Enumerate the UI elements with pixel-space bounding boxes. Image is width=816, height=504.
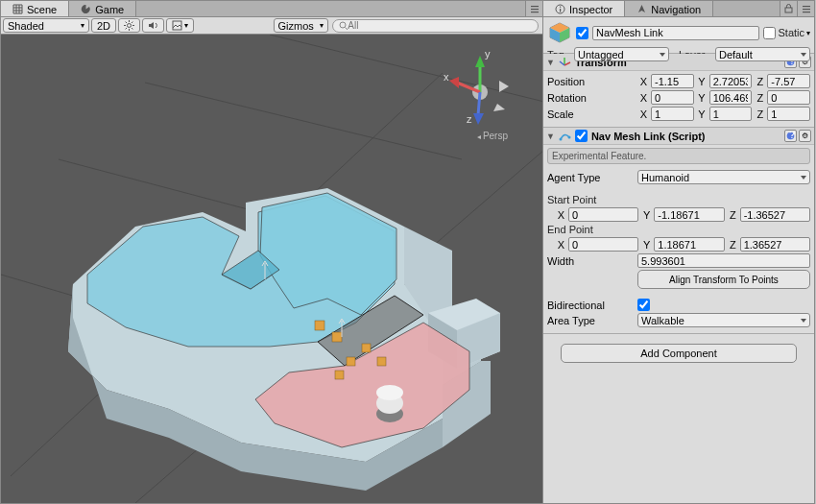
rotation-x-input[interactable] <box>651 90 694 105</box>
scene-search[interactable] <box>332 19 539 33</box>
position-label: Position <box>547 76 636 87</box>
search-icon <box>339 21 348 31</box>
grid-icon <box>12 4 23 14</box>
scale-y-input[interactable] <box>709 107 753 121</box>
tab-game-label: Game <box>95 4 124 15</box>
svg-rect-45 <box>560 9 561 12</box>
rotation-y-input[interactable] <box>709 90 753 105</box>
effects-toggle[interactable]: ▾ <box>166 18 194 33</box>
audio-icon <box>148 20 158 31</box>
start-z-input[interactable] <box>740 207 810 222</box>
bidirectional-checkbox[interactable] <box>637 299 650 311</box>
position-x-input[interactable] <box>651 74 694 88</box>
nav-icon <box>636 4 647 14</box>
foldout-icon[interactable]: ▼ <box>546 132 555 141</box>
info-icon <box>555 4 565 14</box>
svg-rect-49 <box>803 9 810 10</box>
panel-menu-icon[interactable] <box>797 1 814 16</box>
bidirectional-label: Bidirectional <box>547 300 636 311</box>
image-icon <box>172 20 182 31</box>
svg-point-13 <box>340 22 346 28</box>
scene-viewport[interactable]: y x z Persp <box>1 35 542 503</box>
inspector-tab-bar: Inspector Navigation <box>543 1 814 17</box>
tab-game[interactable]: Game <box>69 1 136 16</box>
agent-type-dropdown[interactable]: Humanoid <box>637 170 810 184</box>
gear-icon[interactable]: ⚙ <box>799 130 811 142</box>
component-enabled-checkbox[interactable] <box>575 130 588 142</box>
svg-rect-22 <box>332 332 342 342</box>
svg-line-56 <box>564 62 570 65</box>
tab-navigation[interactable]: Navigation <box>625 1 713 16</box>
width-input[interactable] <box>637 253 810 268</box>
align-transform-button[interactable]: Align Transform To Points <box>637 270 810 289</box>
2d-toggle[interactable]: 2D <box>91 18 116 33</box>
svg-rect-0 <box>531 6 539 7</box>
svg-marker-43 <box>493 104 505 111</box>
svg-rect-48 <box>803 6 810 7</box>
gizmos-dropdown[interactable]: Gizmos ▾ <box>274 18 328 33</box>
svg-text:z: z <box>467 113 472 125</box>
tab-scene[interactable]: Scene <box>1 1 69 16</box>
panel-menu-icon[interactable] <box>525 1 542 16</box>
transform-component: ▼ Transform ? ⚙ Position X Y Z Rotation … <box>543 54 814 128</box>
experimental-notice: Experimental Feature. <box>547 148 810 164</box>
transform-icon <box>559 56 571 68</box>
gameobject-name-input[interactable] <box>592 26 759 40</box>
rotation-z-input[interactable] <box>767 90 810 105</box>
scale-z-input[interactable] <box>767 107 810 121</box>
gameobject-icon <box>547 20 572 45</box>
svg-rect-47 <box>785 8 792 12</box>
end-point-label: End Point <box>547 224 810 235</box>
rotation-label: Rotation <box>547 92 636 104</box>
svg-line-39 <box>478 92 480 115</box>
svg-text:x: x <box>444 71 449 83</box>
area-type-label: Area Type <box>547 315 636 326</box>
navmeshlink-component: ▼ Nav Mesh Link (Script) ? ⚙ Experimenta… <box>543 128 814 334</box>
navmeshlink-title: Nav Mesh Link (Script) <box>591 131 706 142</box>
start-point-label: Start Point <box>547 194 810 205</box>
end-x-input[interactable] <box>568 237 638 252</box>
position-z-input[interactable] <box>767 74 810 88</box>
svg-rect-1 <box>531 9 539 10</box>
svg-text:y: y <box>485 48 491 60</box>
persp-label[interactable]: Persp <box>477 131 508 141</box>
svg-text:?: ? <box>789 132 795 140</box>
scene-toolbar: Shaded ▾ 2D ▾ Gizmos ▾ <box>1 17 542 35</box>
add-component-button[interactable]: Add Component <box>561 344 797 363</box>
position-y-input[interactable] <box>709 74 753 88</box>
tab-inspector[interactable]: Inspector <box>543 1 625 16</box>
lock-icon[interactable] <box>780 1 797 16</box>
static-label: Static <box>778 27 804 38</box>
gizmos-label: Gizmos <box>278 20 314 32</box>
svg-rect-26 <box>335 371 344 379</box>
svg-rect-25 <box>347 357 355 366</box>
static-checkbox[interactable] <box>763 27 776 39</box>
start-y-input[interactable] <box>654 207 724 222</box>
end-z-input[interactable] <box>740 237 810 252</box>
width-label: Width <box>547 255 636 267</box>
svg-rect-50 <box>803 12 810 12</box>
foldout-icon[interactable]: ▼ <box>546 58 555 67</box>
lighting-toggle[interactable] <box>118 18 140 33</box>
pacman-icon <box>81 4 91 14</box>
sun-icon <box>124 20 134 31</box>
shading-mode-label: Shaded <box>8 20 44 32</box>
layer-dropdown[interactable]: Default <box>715 47 810 61</box>
svg-rect-23 <box>362 344 371 352</box>
end-y-input[interactable] <box>654 237 724 252</box>
orientation-gizmo[interactable]: y x z <box>437 44 523 140</box>
tab-scene-label: Scene <box>27 4 57 15</box>
svg-rect-46 <box>560 7 561 8</box>
svg-marker-34 <box>475 56 485 67</box>
scale-x-input[interactable] <box>651 107 694 121</box>
audio-toggle[interactable] <box>142 18 164 33</box>
tag-dropdown[interactable]: Untagged <box>574 47 669 61</box>
svg-line-15 <box>145 83 462 159</box>
scene-search-input[interactable] <box>348 20 532 31</box>
start-x-input[interactable] <box>568 207 638 222</box>
gameobject-active-checkbox[interactable] <box>576 27 588 39</box>
help-icon[interactable]: ? <box>784 130 797 142</box>
svg-line-8 <box>126 22 127 23</box>
shading-mode-dropdown[interactable]: Shaded ▾ <box>3 18 89 33</box>
area-type-dropdown[interactable]: Walkable <box>637 313 810 327</box>
